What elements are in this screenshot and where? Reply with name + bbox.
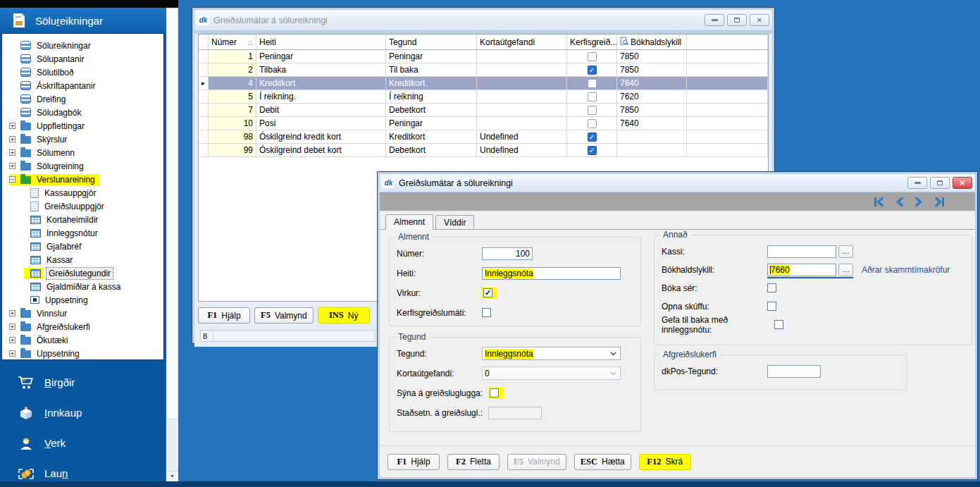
sort-asc-icon[interactable]: △	[248, 39, 253, 46]
table-row[interactable]: 10PosiPeningar7640	[199, 117, 768, 130]
row-checkbox[interactable]	[588, 119, 597, 128]
sidebar-nav-cart[interactable]: Birgðir	[0, 367, 166, 397]
tree-item[interactable]: Uppsetning	[9, 293, 163, 307]
tree-item[interactable]: +Vinnslur	[9, 307, 163, 320]
sidebar-scrollbar-down-button[interactable]: ▼	[166, 471, 178, 481]
table-row[interactable]: 2TilbakaTil baka✓7850	[199, 63, 768, 77]
kerfisgreidslumati-checkbox[interactable]	[482, 308, 491, 317]
numer-input[interactable]: 100	[482, 247, 533, 260]
tree-item[interactable]: Gjaldmiðlar á kassa	[9, 280, 163, 293]
table-row[interactable]: ►4KreditkortKreditkort7640	[199, 77, 768, 90]
column-header[interactable]: Tegund	[386, 35, 477, 49]
sidebar-nav-box[interactable]: Innkaup	[0, 397, 166, 428]
minimize-button[interactable]	[907, 177, 927, 189]
first-record-icon[interactable]	[873, 197, 885, 207]
close-button[interactable]: ✕	[750, 14, 769, 26]
bokhaldslykill-input[interactable]: 7660	[767, 264, 836, 276]
tegund-select[interactable]: Innleggsnóta	[482, 347, 621, 360]
column-header[interactable]: Heiti	[256, 35, 386, 49]
sidebar-scrollbar-thumb[interactable]	[166, 8, 178, 419]
restore-button[interactable]	[930, 177, 950, 189]
tree-item[interactable]: +Sölugreining	[9, 159, 163, 173]
f1-hjálp-button[interactable]: F1Hjálp	[387, 454, 440, 470]
column-header[interactable]: Númer△	[209, 35, 256, 49]
row-checkbox[interactable]: ✓	[588, 66, 597, 75]
payment-methods-window-titlebar[interactable]: dk Greiðslumátar á sölureikningi ✕	[194, 10, 772, 31]
sidebar-scrollbar[interactable]: ▼	[166, 8, 178, 481]
kassi-browse-button[interactable]: …	[838, 245, 853, 258]
tree-item[interactable]: +Uppsetning	[9, 347, 163, 360]
kassi-input[interactable]	[767, 245, 836, 258]
tree-item[interactable]: Greiðsluuppgjör	[9, 199, 163, 213]
tree-item[interactable]: +Uppflettingar	[9, 119, 163, 132]
dialog-titlebar[interactable]: dk Greiðslumátar á sölureikningi ✕	[380, 174, 975, 192]
stadsetn-input[interactable]	[488, 407, 542, 419]
bokhaldslykill-browse-button[interactable]: …	[838, 264, 853, 276]
tree-item[interactable]: +Skýrslur	[9, 132, 163, 146]
opna-skuffu-checkbox[interactable]	[767, 302, 776, 311]
tree-item[interactable]: Kassar	[9, 253, 163, 266]
gefa-til-baka-checkbox[interactable]	[774, 320, 783, 329]
column-header[interactable]: Kortaútgefandi	[477, 35, 567, 49]
tree-item[interactable]: Kortaheimildir	[9, 213, 163, 226]
table-row[interactable]: 1PeningarPeningar7850	[199, 50, 768, 63]
tree-item[interactable]: Gjafabréf	[9, 240, 163, 253]
next-record-icon[interactable]	[914, 197, 923, 207]
boka-ser-checkbox[interactable]	[767, 283, 776, 292]
syna-checkbox[interactable]	[490, 388, 499, 397]
expand-plus-icon[interactable]: +	[9, 136, 15, 142]
f1-hjálp-button[interactable]: F1Hjálp	[198, 307, 250, 323]
expand-plus-icon[interactable]: +	[9, 350, 15, 357]
column-header[interactable]: Kerfisgreið...	[567, 35, 617, 49]
previous-record-icon[interactable]	[895, 197, 904, 207]
dkpos-tegund-input[interactable]	[767, 365, 821, 378]
collapse-minus-icon[interactable]: −	[9, 176, 15, 183]
last-record-icon[interactable]	[934, 197, 945, 207]
f5-valmynd-button[interactable]: F5Valmynd	[254, 307, 314, 323]
row-checkbox[interactable]	[588, 106, 597, 115]
row-checkbox[interactable]	[588, 92, 597, 101]
tree-item[interactable]: Kassauppgjör	[9, 186, 163, 199]
tree-item[interactable]: +Afgreiðslukerfi	[9, 320, 163, 333]
row-checkbox[interactable]	[588, 52, 597, 61]
tree-item[interactable]: Dreifing	[9, 92, 163, 106]
tree-item[interactable]: Áskriftapantanir	[9, 79, 163, 92]
expand-plus-icon[interactable]: +	[9, 310, 15, 316]
esc-hætta-button[interactable]: ESCHætta	[574, 454, 631, 470]
heiti-input[interactable]: Innleggsnóta	[482, 267, 621, 280]
sidebar-nav-coins[interactable]: Laun	[0, 458, 166, 487]
tree-item[interactable]: Sölureikningar	[9, 39, 163, 52]
f12-skrá-button[interactable]: F12Skrá	[639, 454, 691, 470]
tab-víddir[interactable]: Víddir	[435, 215, 474, 229]
column-header[interactable]: Bókhaldslykill	[617, 35, 687, 49]
kortautgefandi-select[interactable]: 0	[482, 366, 621, 380]
sidebar-header[interactable]: Sölureikningar	[0, 8, 166, 33]
tree-item[interactable]: Sölutilboð	[9, 66, 163, 79]
row-checkbox[interactable]: ✓	[588, 146, 597, 155]
f2-fletta-button[interactable]: F2Fletta	[447, 454, 500, 470]
expand-plus-icon[interactable]: +	[9, 323, 15, 330]
virkur-checkbox[interactable]: ✓	[483, 288, 492, 297]
table-row[interactable]: 99Óskilgreind debet kortDebetkortUndefin…	[199, 144, 768, 157]
tree-item[interactable]: +Sölumenn	[9, 146, 163, 159]
expand-plus-icon[interactable]: +	[9, 337, 15, 343]
table-row[interactable]: 5Í reikning.Í reikning7620	[199, 90, 768, 104]
expand-plus-icon[interactable]: +	[9, 163, 15, 169]
ins-ný-button[interactable]: INSNý	[318, 307, 370, 323]
tree-item[interactable]: −Verslunareining	[9, 173, 163, 186]
tree-item[interactable]: Innleggsnótur	[9, 226, 163, 240]
tree-item[interactable]: Sölupantanir	[9, 52, 163, 66]
restore-button[interactable]	[727, 14, 747, 26]
row-checkbox[interactable]: ✓	[588, 132, 597, 142]
tree-item[interactable]: Greiðslutegundir	[9, 266, 163, 280]
table-row[interactable]: 98Óskilgreind kredit kortKreditkortUndef…	[199, 130, 768, 144]
tree-item[interactable]: +Ökutæki	[9, 333, 163, 347]
close-button[interactable]: ✕	[953, 177, 972, 189]
row-checkbox[interactable]	[588, 79, 597, 88]
table-row[interactable]: 7DebitDebetkort7850	[199, 104, 768, 117]
sidebar-nav-person[interactable]: Verk	[0, 428, 166, 458]
expand-plus-icon[interactable]: +	[9, 149, 15, 156]
tab-almennt[interactable]: Almennt	[385, 214, 433, 230]
tree-item[interactable]: Söludagbók	[9, 106, 163, 119]
expand-plus-icon[interactable]: +	[9, 123, 15, 129]
